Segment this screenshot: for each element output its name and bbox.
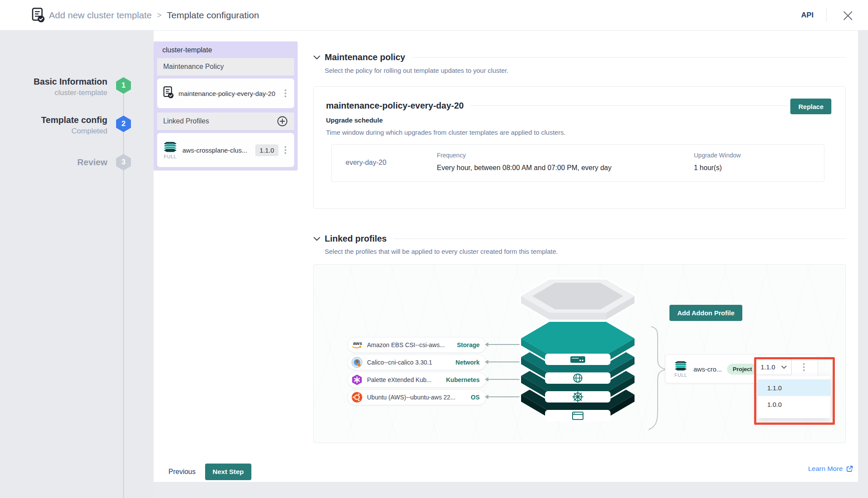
previous-button[interactable]: Previous (168, 464, 196, 480)
learn-more-label: Learn More (808, 465, 843, 473)
palette-kubernetes-icon (351, 374, 363, 385)
api-button[interactable]: API (798, 0, 817, 31)
layer-name: Ubuntu (AWS)--ubuntu-aws 22... (367, 394, 467, 401)
breadcrumb: Add new cluster template > Template conf… (49, 0, 259, 31)
policy-name: maintenance-policy-every-day-20 (326, 101, 464, 111)
step-basic-information[interactable]: Basic Information cluster-template (0, 76, 107, 99)
layer-name: Amazon EBS CSI--csi-aws... (367, 341, 453, 348)
profile-stack-icon: FULL (673, 360, 688, 378)
linked-profiles-section-subtitle: Select the profiles that will be applied… (325, 248, 558, 255)
profile-stack-icon: FULL (162, 141, 178, 159)
chevron-down-icon (781, 365, 787, 369)
kebab-menu-icon[interactable] (282, 88, 289, 99)
calico-icon (351, 357, 363, 368)
profile-type-label: FULL (164, 154, 177, 159)
next-step-button[interactable]: Next Step (205, 464, 251, 480)
step-badge-2[interactable]: 2 (116, 116, 131, 132)
replace-button[interactable]: Replace (790, 99, 831, 114)
maintenance-section-title: Maintenance policy (325, 52, 405, 62)
chevron-down-icon[interactable] (313, 237, 320, 241)
upgrade-schedule-heading: Upgrade schedule (326, 116, 383, 124)
layer-pill-os[interactable]: Ubuntu (AWS)--ubuntu-aws 22... OS (347, 389, 486, 405)
upgrade-window-label: Upgrade Window (694, 152, 741, 159)
page-title: Template configuration (167, 10, 259, 20)
section-rule (412, 57, 846, 58)
version-select[interactable]: 1.1.0 (755, 359, 792, 375)
minimap-title: cluster-template (162, 46, 212, 54)
step-title: Template config (0, 114, 107, 126)
version-dropdown: 1.1.0 1.0.0 (758, 376, 830, 418)
minimap-profiles-header-label: Linked Profiles (163, 117, 209, 125)
scope-badge: Project (727, 364, 758, 375)
step-badge-1[interactable]: 1 (116, 77, 131, 94)
empty-layer-slab (521, 280, 635, 320)
layer-category: Storage (457, 341, 480, 348)
add-cluster-template-wizard: Add new cluster template > Template conf… (0, 0, 868, 498)
minimap-profiles-header: Linked Profiles (157, 113, 294, 130)
schedule-row: every-day-20 Frequency Every hour, betwe… (331, 144, 824, 182)
attached-profile-name: aws-cro... (693, 365, 722, 373)
layer-pill-kubernetes[interactable]: Palette eXtended Kub... Kubernetes (347, 372, 486, 388)
maintenance-section-subtitle: Select the policy for rolling out templa… (325, 67, 508, 74)
maintenance-policy-card: maintenance-policy-every-day-20 Replace … (313, 86, 846, 209)
plus-circle-icon[interactable] (277, 116, 288, 127)
step-title: Review (0, 157, 107, 168)
profile-type-label: FULL (675, 372, 687, 378)
kubernetes-layer-icon (573, 392, 583, 402)
layer-name: Calico--cni-calico 3.30.1 (367, 359, 451, 366)
kebab-menu-icon[interactable] (282, 144, 289, 156)
version-option-1-0-0[interactable]: 1.0.0 (758, 396, 830, 413)
version-select-value: 1.1.0 (761, 363, 775, 371)
ubuntu-icon (351, 392, 363, 403)
linked-profiles-canvas: aws Amazon EBS CSI--csi-aws... Storage C… (313, 264, 846, 443)
frequency-label: Frequency (437, 152, 466, 159)
wizard-stepper: Basic Information cluster-template 1 Tem… (0, 31, 154, 498)
minimap-profile-item[interactable]: FULL aws-crossplane-clus... 1.1.0 (157, 133, 294, 167)
storage-layer-icon (570, 356, 585, 363)
upgrade-schedule-description: Time window during which upgrades from c… (326, 129, 566, 136)
linked-profiles-section-header: Linked profiles (313, 234, 846, 244)
kebab-menu-icon[interactable] (800, 362, 807, 373)
policy-doc-icon (162, 86, 174, 101)
upgrade-window-value: 1 hour(s) (694, 164, 722, 172)
minimap-maintenance-item-label: maintenance-policy-every-day-20 (178, 90, 282, 97)
layer-name: Palette eXtended Kub... (367, 376, 442, 383)
step-review[interactable]: Review (0, 157, 107, 168)
section-rule (394, 239, 846, 239)
layer-category: Network (456, 359, 480, 366)
aws-icon: aws (351, 339, 363, 351)
breadcrumb-separator: > (157, 11, 162, 20)
minimap-maintenance-header: Maintenance Policy (157, 58, 294, 75)
external-link-icon (846, 465, 854, 473)
learn-more-link[interactable]: Learn More (808, 465, 854, 473)
profile-version-badge: 1.1.0 (255, 144, 278, 156)
layer-category: OS (471, 394, 480, 401)
schedule-name: every-day-20 (346, 159, 386, 167)
minimap-maintenance-item[interactable]: maintenance-policy-every-day-20 (157, 78, 294, 108)
layer-pill-network[interactable]: Calico--cni-calico 3.30.1 Network (347, 355, 486, 370)
header-divider (826, 9, 827, 22)
step-badge-3[interactable]: 3 (116, 154, 131, 171)
step-title: Basic Information (0, 76, 107, 87)
step-subtitle: cluster-template (0, 87, 107, 99)
template-doc-icon (31, 7, 45, 25)
version-option-1-1-0[interactable]: 1.1.0 (758, 379, 830, 396)
hexagon-stack (493, 275, 663, 432)
linked-profiles-section-title: Linked profiles (325, 234, 387, 244)
top-bar: Add new cluster template > Template conf… (0, 0, 868, 31)
layer-category: Kubernetes (446, 376, 480, 383)
add-addon-profile-button[interactable]: Add Addon Profile (669, 305, 742, 321)
close-icon[interactable] (842, 10, 854, 21)
template-minimap: cluster-template Maintenance Policy main… (154, 41, 298, 171)
svg-text:aws: aws (353, 341, 362, 346)
stepper-connector-line (123, 85, 124, 498)
breadcrumb-parent[interactable]: Add new cluster template (49, 10, 152, 20)
frequency-value: Every hour, between 08:00 AM and 07:00 P… (437, 164, 611, 172)
layer-pill-storage[interactable]: aws Amazon EBS CSI--csi-aws... Storage (347, 337, 486, 353)
maintenance-section-header: Maintenance policy (313, 52, 846, 62)
minimap-profile-item-label: aws-crossplane-clus... (182, 147, 255, 154)
minimap-maintenance-header-label: Maintenance Policy (163, 63, 224, 71)
policy-title-rule (470, 106, 789, 106)
chevron-down-icon[interactable] (313, 55, 320, 60)
step-template-config[interactable]: Template config Completed (0, 114, 107, 137)
